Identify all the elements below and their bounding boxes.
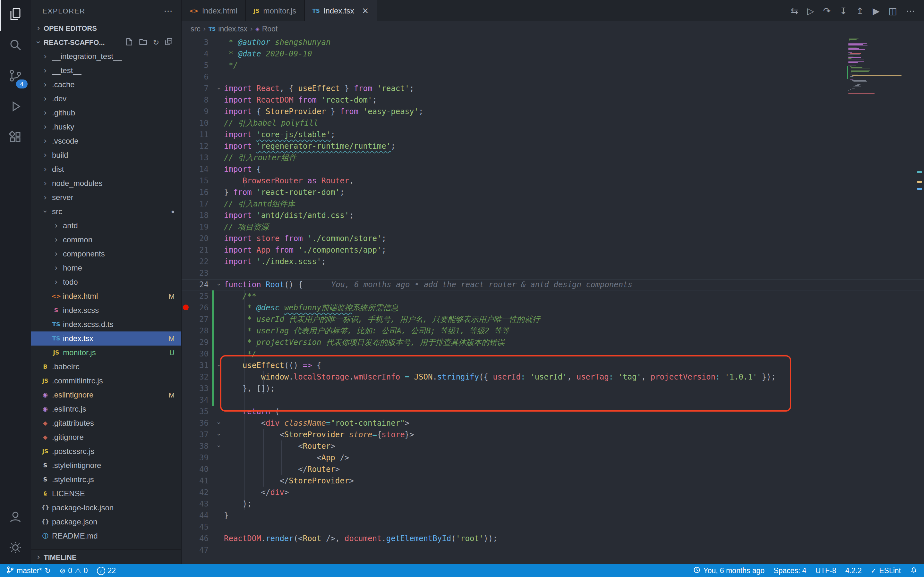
breakpoint-gutter[interactable] xyxy=(182,60,189,71)
folder-home[interactable]: ›home xyxy=(31,261,181,275)
fold-icon[interactable]: › xyxy=(213,83,225,93)
breakpoint-gutter[interactable] xyxy=(182,533,189,544)
breakpoint-gutter[interactable] xyxy=(182,452,189,464)
fold-icon[interactable]: › xyxy=(213,360,225,371)
timeline-header[interactable]: › TIMELINE xyxy=(31,550,181,564)
folder-src[interactable]: ›src● xyxy=(31,205,181,219)
run-and-debug-icon[interactable]: ▶ xyxy=(873,5,880,16)
breakpoint-gutter[interactable] xyxy=(182,71,189,83)
breakpoint-gutter[interactable] xyxy=(182,244,189,256)
file-index.tsx[interactable]: TSindex.tsxM xyxy=(31,332,181,346)
folder-components[interactable]: ›components xyxy=(31,247,181,261)
file-index.scss[interactable]: Sindex.scss xyxy=(31,303,181,318)
encoding-status[interactable]: UTF-8 xyxy=(815,567,836,574)
folder-.github[interactable]: ›.github xyxy=(31,106,181,120)
code-line-16[interactable]: 16} from 'react-router-dom'; xyxy=(182,187,924,198)
file-index.html[interactable]: <>index.htmlM xyxy=(31,289,181,303)
breakpoint-gutter[interactable] xyxy=(182,129,189,140)
notifications-bell[interactable] xyxy=(910,566,918,575)
code-line-24[interactable]: 24›function Root() {You, 6 months ago • … xyxy=(182,279,924,290)
code-line-5[interactable]: 5 */ xyxy=(182,60,924,71)
breakpoint-gutter[interactable] xyxy=(182,383,189,394)
breakpoint-gutter[interactable] xyxy=(182,290,189,302)
indentation-status[interactable]: Spaces: 4 xyxy=(774,567,806,574)
folder-__integration_test__[interactable]: ›__integration_test__ xyxy=(31,49,181,63)
code-line-32[interactable]: 32 window.localStorage.wmUserInfo = JSON… xyxy=(182,371,924,383)
code-line-26[interactable]: 26 * @desc webfunny前端监控系统所需信息 xyxy=(182,302,924,314)
refresh-icon[interactable]: ↻ xyxy=(153,38,159,47)
code-line-44[interactable]: 44} xyxy=(182,510,924,521)
breakpoint-gutter[interactable] xyxy=(182,359,189,371)
breakpoint-gutter[interactable] xyxy=(182,279,189,290)
collapse-all-icon[interactable] xyxy=(164,37,173,47)
code-line-34[interactable]: 34 xyxy=(182,394,924,406)
code-line-22[interactable]: 22import './index.scss'; xyxy=(182,256,924,268)
project-section-header[interactable]: › REACT-SCAFFO... ↻ xyxy=(31,35,181,49)
code-line-38[interactable]: 38› <Router> xyxy=(182,440,924,452)
new-folder-icon[interactable] xyxy=(139,37,148,47)
folder-.cache[interactable]: ›.cache xyxy=(31,77,181,92)
breakpoint-gutter[interactable] xyxy=(182,464,189,475)
git-branch-status[interactable]: master* ↻ xyxy=(6,566,51,575)
split-editor-icon[interactable]: ◫ xyxy=(889,5,897,16)
folder-__test__[interactable]: ›__test__ xyxy=(31,63,181,77)
code-line-27[interactable]: 27 * userId 代表用户的唯一标识, 手机号, 用户名, 只要能够表示用… xyxy=(182,314,924,325)
code-line-33[interactable]: 33 }, []); xyxy=(182,383,924,394)
breakpoint-gutter[interactable] xyxy=(182,210,189,221)
code-line-42[interactable]: 42 </div> xyxy=(182,487,924,498)
step-over-icon[interactable]: ↷ xyxy=(823,5,830,16)
tab-index.tsx[interactable]: TSindex.tsx× xyxy=(304,0,377,21)
activity-settings[interactable] xyxy=(0,533,31,564)
breakpoint-gutter[interactable] xyxy=(182,106,189,117)
breadcrumb-item-src[interactable]: src xyxy=(191,25,200,33)
file-package.json[interactable]: {}package.json xyxy=(31,515,181,529)
problems-status[interactable]: ⊘ 0 ⚠ 0 xyxy=(60,566,88,575)
folder-server[interactable]: ›server xyxy=(31,190,181,205)
code-line-7[interactable]: 7›import React, { useEffect } from 'reac… xyxy=(182,83,924,94)
code-line-9[interactable]: 9import { StoreProvider } from 'easy-pea… xyxy=(182,106,924,117)
breakpoint-gutter[interactable] xyxy=(182,256,189,268)
activity-run-debug[interactable] xyxy=(0,92,31,123)
eslint-status[interactable]: ✓ ESLint xyxy=(871,566,901,575)
file-.gitignore[interactable]: ◆.gitignore xyxy=(31,430,181,444)
minimap[interactable] xyxy=(848,37,915,564)
code-line-11[interactable]: 11import 'core-js/stable'; xyxy=(182,129,924,140)
folder-.dev[interactable]: ›.dev xyxy=(31,92,181,106)
breakpoint-gutter[interactable] xyxy=(182,117,189,129)
activity-accounts[interactable] xyxy=(0,503,31,533)
info-status[interactable]: i 22 xyxy=(97,566,116,575)
activity-source-control[interactable]: 4 xyxy=(0,61,31,92)
code-line-23[interactable]: 23 xyxy=(182,268,924,279)
breakpoint-gutter[interactable] xyxy=(182,94,189,106)
code-line-6[interactable]: 6 xyxy=(182,71,924,83)
file-.eslintignore[interactable]: ◉.eslintignoreM xyxy=(31,388,181,402)
typescript-version-status[interactable]: 4.2.2 xyxy=(845,567,862,574)
folder-common[interactable]: ›common xyxy=(31,233,181,247)
breakpoint-gutter[interactable] xyxy=(182,140,189,152)
folder-node_modules[interactable]: ›node_modules xyxy=(31,176,181,190)
sync-icon[interactable]: ↻ xyxy=(45,566,50,575)
breakpoint-gutter[interactable] xyxy=(182,198,189,210)
open-editors-header[interactable]: › OPEN EDITORS xyxy=(31,21,181,35)
file-.commitlintrc.js[interactable]: JS.commitlintrc.js xyxy=(31,374,181,388)
file-.babelrc[interactable]: B.babelrc xyxy=(31,359,181,374)
code-line-40[interactable]: 40 </Router> xyxy=(182,464,924,475)
fold-icon[interactable]: › xyxy=(213,279,225,290)
breakpoint-gutter[interactable] xyxy=(182,37,189,48)
file-monitor.js[interactable]: JSmonitor.jsU xyxy=(31,346,181,359)
file-.gitattributes[interactable]: ◆.gitattributes xyxy=(31,416,181,430)
breakpoint-gutter[interactable] xyxy=(182,48,189,60)
breakpoint-gutter[interactable] xyxy=(182,348,189,359)
breakpoint-gutter[interactable] xyxy=(182,371,189,383)
file-LICENSE[interactable]: §LICENSE xyxy=(31,487,181,501)
breakpoint-gutter[interactable] xyxy=(182,394,189,406)
close-tab-icon[interactable]: × xyxy=(362,6,369,15)
folder-.husky[interactable]: ›.husky xyxy=(31,120,181,134)
breakpoint-gutter[interactable] xyxy=(182,510,189,521)
breakpoint-gutter[interactable] xyxy=(182,314,189,325)
file-.postcssrc.js[interactable]: JS.postcssrc.js xyxy=(31,444,181,458)
fold-icon[interactable]: › xyxy=(213,418,225,428)
breakpoint-gutter[interactable] xyxy=(182,406,189,417)
breakpoint-gutter[interactable] xyxy=(182,337,189,348)
breakpoint-gutter[interactable] xyxy=(182,487,189,498)
